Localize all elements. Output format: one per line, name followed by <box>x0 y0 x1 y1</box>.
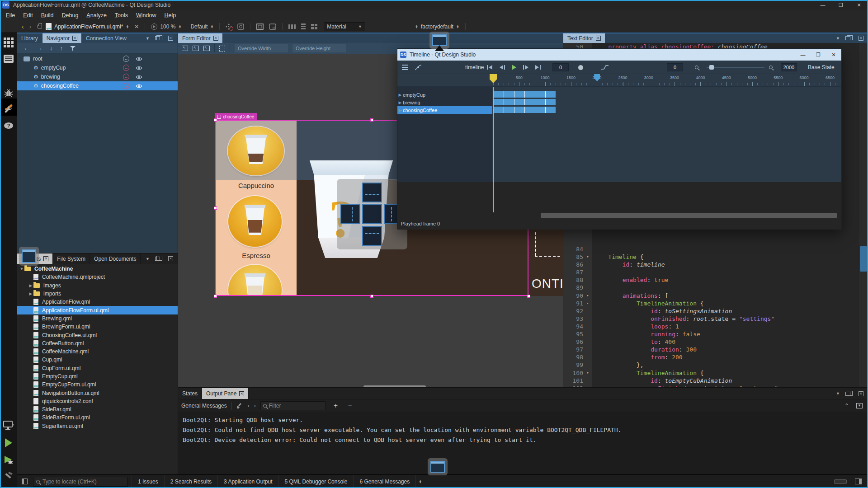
projects-wrench-icon[interactable] <box>3 104 14 115</box>
project-item[interactable]: SugarItem.ui.qml <box>17 422 178 430</box>
move-up-icon[interactable]: ↑ <box>60 45 63 52</box>
code-line[interactable]: 93 onFinished: root.state = "settings" <box>563 315 857 323</box>
code-line[interactable]: 95 running: false <box>563 330 857 338</box>
menu-help[interactable]: Help <box>160 10 180 21</box>
keyframe-icon[interactable] <box>535 91 535 98</box>
project-item[interactable]: SideBarForm.ui.qml <box>17 413 178 422</box>
end-frame-field[interactable]: 2000 <box>781 63 797 71</box>
project-item[interactable]: CoffeeButton.qml <box>17 339 178 347</box>
current-frame-field[interactable]: 0 <box>552 63 569 71</box>
fold-marker-icon[interactable]: ▾ <box>583 300 592 307</box>
dopesheet-icon[interactable] <box>402 65 408 70</box>
expander-icon[interactable]: ▶ <box>397 93 403 97</box>
close-panel-icon[interactable]: × <box>168 256 173 261</box>
playhead-marker[interactable] <box>490 74 497 83</box>
code-line[interactable]: 97 duration: 300 <box>563 346 857 353</box>
maximize-button[interactable]: ❒ <box>811 49 826 61</box>
keyframe-icon[interactable] <box>514 91 514 98</box>
menu-edit[interactable]: Edit <box>19 10 37 21</box>
export-alias-icon[interactable]: ← <box>123 74 129 80</box>
code-line[interactable]: 89 <box>563 284 857 291</box>
tab-states[interactable]: States <box>178 388 202 399</box>
pane-button-application-output[interactable]: 3 Application Output <box>218 475 278 488</box>
timeline-settings-icon[interactable] <box>237 23 244 30</box>
code-line[interactable]: 100▾ TimelineAnimation { <box>563 369 857 377</box>
snap-parent-icon[interactable] <box>203 46 210 51</box>
bounding-rect-icon[interactable] <box>256 23 264 30</box>
close-panel-icon[interactable]: × <box>859 36 863 41</box>
zoom-out-icon[interactable] <box>695 61 698 74</box>
lock-icon[interactable] <box>38 25 42 28</box>
output-channel-label[interactable]: General Messages <box>181 403 227 409</box>
project-item[interactable]: ApplicationFlow.qml <box>17 298 178 306</box>
base-state-button[interactable]: Base State <box>808 61 835 74</box>
menu-analyze[interactable]: Analyze <box>82 10 110 21</box>
record-button[interactable] <box>578 61 583 74</box>
close-document-button[interactable]: ✕ <box>132 23 142 30</box>
grid-view-icon[interactable] <box>311 24 317 29</box>
filter-input[interactable] <box>269 403 314 409</box>
dock-center-target[interactable] <box>362 204 382 224</box>
code-line[interactable]: 96 to: 400 <box>563 338 857 346</box>
dock-left-target[interactable] <box>340 204 360 224</box>
dock-top-target[interactable] <box>362 183 382 202</box>
annotation-move-icon[interactable] <box>226 23 232 30</box>
keyframe-bar[interactable] <box>493 99 556 105</box>
keyframe-icon[interactable] <box>524 91 525 98</box>
project-item[interactable]: ChoosingCoffee.ui.qml <box>17 331 178 339</box>
project-item[interactable]: SideBar.qml <box>17 405 178 413</box>
code-line[interactable]: 99 }, <box>563 361 857 369</box>
project-item[interactable]: ▼CoffeeMachine <box>17 265 178 273</box>
project-item[interactable]: CoffeeMachine.qmlproject <box>17 273 178 281</box>
kit-spinner-icon[interactable]: ▲▼ <box>415 25 418 28</box>
keyframe-icon[interactable] <box>504 91 504 98</box>
project-item[interactable]: BrewingForm.ui.qml <box>17 323 178 331</box>
move-right-icon[interactable]: → <box>37 45 42 52</box>
keyframe-icon[interactable] <box>545 99 546 105</box>
move-down-icon[interactable]: ↓ <box>50 45 53 52</box>
close-icon[interactable]: × <box>239 391 244 396</box>
export-alias-icon[interactable]: ← <box>123 83 129 89</box>
code-line[interactable]: 85▾ Timeline { <box>563 253 857 261</box>
tab-output-pane[interactable]: Output Pane× <box>202 388 249 399</box>
edit-mode-icon[interactable] <box>3 53 14 64</box>
close-panel-icon[interactable]: × <box>859 391 863 396</box>
kit-selector-monitor-icon[interactable] <box>3 420 14 431</box>
timeline-track-choosingCoffee[interactable]: ▶choosingCoffee <box>397 106 492 114</box>
document-spinner-icon[interactable]: ▲▼ <box>126 25 129 28</box>
chevron-down-icon[interactable]: ▼ <box>146 36 150 41</box>
maximize-button[interactable]: ❒ <box>832 0 850 10</box>
keyframe-bar[interactable] <box>493 91 556 98</box>
dock-bottom-target[interactable] <box>362 226 382 246</box>
tab-file-system[interactable]: File System <box>53 253 90 264</box>
timeline-track-emptyCup[interactable]: ▶emptyCup <box>397 91 492 99</box>
tab-open-documents[interactable]: Open Documents <box>90 253 141 264</box>
pane-button-search-results[interactable]: 2 Search Results <box>165 475 218 488</box>
chevron-down-icon[interactable]: ▼ <box>836 36 840 41</box>
override-width-field[interactable]: Override Width <box>235 44 288 52</box>
zoom-in-text-button[interactable]: ＋ <box>330 401 341 410</box>
visibility-eye-icon[interactable] <box>136 56 142 61</box>
navigator-item-brewing[interactable]: ⚙brewing← <box>17 72 178 81</box>
code-line[interactable]: 101 id: toEmptyCubAnimation <box>563 377 857 385</box>
timeline-track-brewing[interactable]: ▶brewing <box>397 99 492 106</box>
timeline-ruler[interactable]: 5001000150020002500300035004000450050005… <box>397 74 841 87</box>
forward-button[interactable]: › <box>27 23 34 30</box>
keyframe-icon[interactable] <box>545 91 546 98</box>
pane-button-issues[interactable]: 1 Issues <box>132 475 165 488</box>
expander-icon[interactable]: ▶ <box>397 108 403 113</box>
run-button[interactable] <box>3 437 14 448</box>
timeline-title-bar[interactable]: DS Timeline - Qt Design Studio — ❒ ✕ <box>397 49 841 61</box>
timeline-name-label[interactable]: timeline <box>465 61 484 74</box>
pane-cycle-spinner-icon[interactable]: ▲▼ <box>419 480 422 483</box>
editor-vscrollbar-thumb[interactable] <box>860 246 867 272</box>
timeline-hscrollbar[interactable] <box>541 213 837 218</box>
keyframe-icon[interactable] <box>524 107 525 113</box>
locator-input[interactable] <box>42 479 117 485</box>
curve-editor-icon[interactable] <box>415 61 422 74</box>
navigator-item-emptyCup[interactable]: ⚙emptyCup← <box>17 63 178 72</box>
navigator-item-choosingCoffee[interactable]: ⚙choosingCoffee← <box>17 81 178 90</box>
end-marker[interactable] <box>594 74 600 81</box>
expander-icon[interactable]: ▼ <box>19 267 24 271</box>
close-panel-icon[interactable]: × <box>168 36 173 41</box>
